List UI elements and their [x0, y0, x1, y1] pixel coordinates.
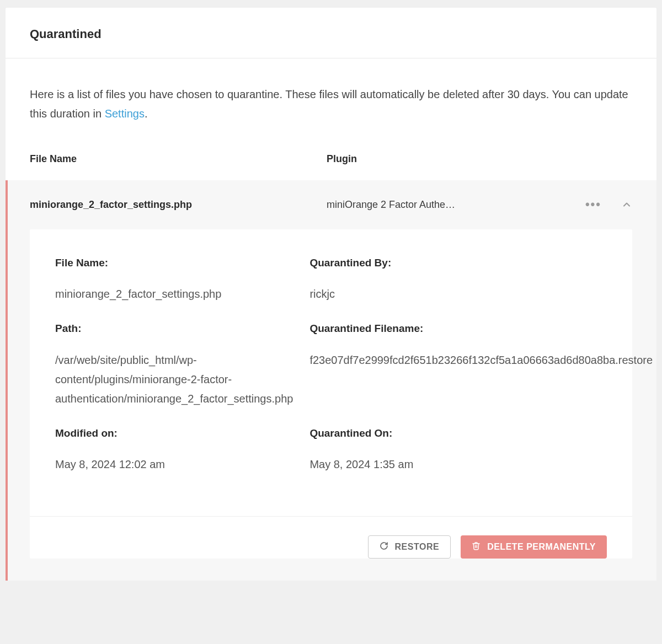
table-header: File Name Plugin — [30, 151, 632, 180]
card-footer: RESTORE DELETE PERMANENTLY — [30, 516, 632, 559]
field-quarantined-by: Quarantined By: rickjc — [309, 255, 653, 304]
more-icon[interactable]: ••• — [585, 198, 601, 211]
chevron-up-icon[interactable] — [621, 199, 632, 210]
row-summary[interactable]: miniorange_2_factor_settings.php miniOra… — [8, 180, 656, 229]
column-plugin: Plugin — [327, 151, 632, 167]
description-text: Here is a list of files you have chosen … — [30, 85, 632, 124]
field-modified-on: Modified on: May 8, 2024 12:02 am — [55, 425, 293, 474]
settings-link[interactable]: Settings — [105, 108, 145, 120]
field-file-name: File Name: miniorange_2_factor_settings.… — [55, 255, 293, 304]
quarantined-by-value: rickjc — [309, 285, 653, 304]
quarantined-panel: Quarantined Here is a list of files you … — [6, 8, 656, 581]
column-file-name: File Name — [30, 151, 327, 167]
quarantined-by-label: Quarantined By: — [309, 255, 653, 271]
details-card: File Name: miniorange_2_factor_settings.… — [30, 229, 632, 559]
path-label: Path: — [55, 320, 293, 337]
row-plugin-name: miniOrange 2 Factor Authe… — [327, 197, 470, 213]
details-grid: File Name: miniorange_2_factor_settings.… — [30, 229, 632, 516]
refresh-icon — [380, 541, 388, 552]
field-quarantined-on: Quarantined On: May 8, 2024 1:35 am — [309, 425, 653, 474]
row-actions: ••• — [585, 198, 632, 211]
page-title: Quarantined — [30, 24, 632, 44]
modified-on-label: Modified on: — [55, 425, 293, 442]
quarantined-on-label: Quarantined On: — [309, 425, 653, 442]
path-value: /var/web/site/public_html/wp-content/plu… — [55, 351, 293, 409]
file-name-label: File Name: — [55, 255, 293, 271]
quarantined-filename-label: Quarantined Filename: — [309, 320, 653, 337]
row-file-name: miniorange_2_factor_settings.php — [30, 197, 327, 213]
quarantined-filename-value: f23e07df7e2999fcd2f651b23266f132cf5a1a06… — [309, 351, 653, 370]
field-quarantined-filename: Quarantined Filename: f23e07df7e2999fcd2… — [309, 320, 653, 408]
trash-icon — [472, 541, 481, 552]
restore-button-label: RESTORE — [395, 542, 440, 552]
quarantined-on-value: May 8, 2024 1:35 am — [309, 455, 653, 474]
panel-body: Here is a list of files you have chosen … — [6, 58, 656, 581]
panel-header: Quarantined — [6, 8, 656, 58]
delete-button-label: DELETE PERMANENTLY — [487, 542, 596, 552]
modified-on-value: May 8, 2024 12:02 am — [55, 455, 293, 474]
file-name-value: miniorange_2_factor_settings.php — [55, 285, 293, 304]
table-row: miniorange_2_factor_settings.php miniOra… — [6, 180, 656, 581]
field-path: Path: /var/web/site/public_html/wp-conte… — [55, 320, 293, 408]
delete-permanently-button[interactable]: DELETE PERMANENTLY — [461, 535, 607, 559]
description-after: . — [145, 108, 148, 120]
restore-button[interactable]: RESTORE — [368, 535, 451, 559]
